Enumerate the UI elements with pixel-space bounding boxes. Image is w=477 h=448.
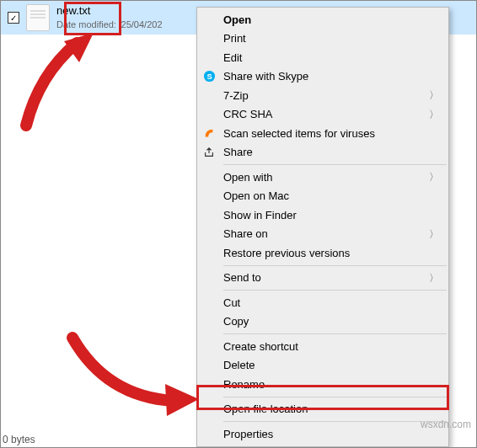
menu-separator bbox=[223, 397, 447, 397]
file-meta: new.txt Date modified: 25/04/202 bbox=[56, 4, 163, 32]
chevron-right-icon: 〉 bbox=[429, 88, 439, 103]
file-name: new.txt bbox=[56, 4, 163, 18]
context-menu: Open Print Edit S Share with Skype 7-Zip… bbox=[196, 7, 449, 447]
menu-open-on-mac[interactable]: Open on Mac bbox=[198, 187, 448, 206]
menu-crc-sha[interactable]: CRC SHA〉 bbox=[198, 105, 448, 125]
menu-edit[interactable]: Edit bbox=[198, 48, 448, 67]
chevron-right-icon: 〉 bbox=[429, 170, 439, 184]
menu-delete[interactable]: Delete bbox=[198, 356, 448, 376]
chevron-right-icon: 〉 bbox=[429, 227, 439, 241]
menu-show-in-finder[interactable]: Show in Finder bbox=[198, 205, 448, 225]
menu-print[interactable]: Print bbox=[198, 29, 448, 49]
date-modified-value: 25/04/202 bbox=[121, 19, 163, 29]
svg-text:S: S bbox=[206, 73, 212, 82]
menu-open[interactable]: Open bbox=[198, 10, 448, 29]
menu-create-shortcut[interactable]: Create shortcut bbox=[198, 337, 448, 356]
annotation-arrow-bottom bbox=[64, 329, 207, 430]
annotation-arrow-top bbox=[13, 33, 115, 134]
share-icon bbox=[202, 146, 216, 159]
text-file-icon bbox=[26, 4, 50, 31]
menu-open-with[interactable]: Open with〉 bbox=[198, 168, 448, 187]
status-bar-text: 0 bytes bbox=[3, 434, 35, 445]
checkmark-icon: ✓ bbox=[10, 13, 17, 23]
menu-open-file-location[interactable]: Open file location bbox=[198, 400, 448, 419]
svg-marker-2 bbox=[64, 33, 94, 62]
date-modified-label: Date modified: bbox=[56, 19, 116, 29]
menu-restore-versions[interactable]: Restore previous versions bbox=[198, 243, 448, 263]
svg-marker-3 bbox=[165, 384, 199, 416]
menu-copy[interactable]: Copy bbox=[198, 312, 448, 332]
watermark: wsxdn.com bbox=[421, 419, 471, 430]
menu-separator bbox=[223, 290, 447, 291]
file-checkbox[interactable]: ✓ bbox=[8, 12, 19, 24]
menu-share[interactable]: Share bbox=[198, 143, 448, 163]
menu-rename[interactable]: Rename bbox=[198, 375, 448, 394]
menu-send-to[interactable]: Send to〉 bbox=[198, 269, 448, 288]
chevron-right-icon: 〉 bbox=[429, 107, 439, 121]
menu-share-skype[interactable]: S Share with Skype bbox=[198, 67, 448, 87]
menu-properties[interactable]: Properties bbox=[198, 424, 448, 444]
menu-separator bbox=[223, 421, 447, 422]
menu-separator bbox=[223, 265, 447, 266]
menu-separator bbox=[223, 164, 447, 165]
skype-icon: S bbox=[202, 70, 216, 83]
chevron-right-icon: 〉 bbox=[429, 270, 439, 285]
menu-7zip[interactable]: 7-Zip〉 bbox=[198, 86, 448, 105]
menu-scan-viruses[interactable]: Scan selected items for viruses bbox=[198, 124, 448, 143]
menu-cut[interactable]: Cut bbox=[198, 293, 448, 312]
menu-separator bbox=[223, 333, 447, 334]
antivirus-icon bbox=[202, 126, 216, 140]
menu-share-on[interactable]: Share on〉 bbox=[198, 225, 448, 244]
